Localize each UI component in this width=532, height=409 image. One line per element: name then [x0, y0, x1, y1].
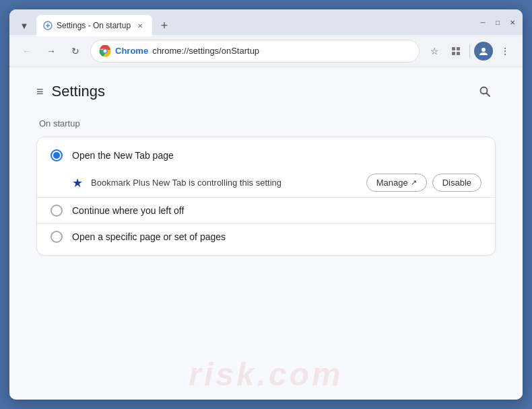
chrome-menu-btn[interactable]: ▼: [15, 16, 34, 35]
bookmark-plus-icon: ★: [72, 176, 83, 190]
svg-line-9: [487, 94, 490, 97]
options-card: Open the New Tab page ★ Bookmark Plus Ne…: [36, 137, 496, 256]
tab-label: Settings - On startup: [57, 21, 131, 30]
toolbar-divider: [469, 44, 470, 58]
extensions-btn[interactable]: [446, 42, 465, 61]
chrome-brand-label: Chrome: [115, 46, 148, 56]
disable-btn[interactable]: Disable: [432, 174, 481, 192]
address-bar[interactable]: Chrome chrome://settings/onStartup: [90, 40, 420, 63]
svg-rect-4: [457, 47, 460, 50]
tab-strip: ▼ Settings - On startup ✕ +: [15, 9, 473, 35]
option-specific[interactable]: Open a specific page or set of pages: [37, 224, 495, 250]
external-link-icon: ↗: [411, 178, 417, 187]
tab-favicon: [43, 21, 53, 30]
option-continue[interactable]: Continue where you left off: [37, 198, 495, 223]
back-btn[interactable]: ←: [18, 42, 36, 61]
extension-notice-text: Bookmark Plus New Tab is controlling thi…: [91, 178, 358, 188]
svg-point-7: [481, 48, 486, 52]
svg-rect-5: [452, 52, 455, 55]
svg-rect-3: [452, 47, 455, 50]
url-display: chrome://settings/onStartup: [152, 46, 411, 56]
search-icon: [479, 85, 491, 98]
radio-specific[interactable]: [51, 231, 63, 243]
window-controls: ─ □ ✕: [478, 17, 517, 27]
tab-close-btn[interactable]: ✕: [135, 20, 145, 31]
toolbar: ← → ↻ Chrome chrome://settings/onStartup…: [9, 35, 523, 67]
toolbar-icons: ☆ ⋮: [425, 42, 514, 61]
maximize-btn[interactable]: □: [493, 17, 502, 27]
radio-inner-new-tab: [53, 152, 60, 159]
section-label: On startup: [39, 118, 496, 128]
option-new-tab-label: Open the New Tab page: [72, 150, 174, 161]
extensions-icon: [451, 46, 461, 57]
profile-btn[interactable]: [474, 42, 493, 61]
settings-search-btn[interactable]: [474, 81, 496, 102]
content-area: ≡ Settings On startup: [9, 67, 523, 400]
page-title: Settings: [52, 83, 106, 100]
title-bar: ▼ Settings - On startup ✕ + ─ □ ✕: [9, 9, 523, 35]
hamburger-menu-btn[interactable]: ≡: [36, 85, 44, 99]
settings-header: ≡ Settings: [36, 81, 496, 102]
new-tab-btn[interactable]: +: [155, 16, 174, 35]
forward-btn[interactable]: →: [42, 42, 61, 61]
bookmark-btn[interactable]: ☆: [425, 42, 444, 61]
option-new-tab[interactable]: Open the New Tab page: [37, 143, 495, 168]
manage-btn[interactable]: Manage ↗: [366, 174, 427, 192]
manage-label: Manage: [376, 178, 408, 188]
radio-continue[interactable]: [51, 204, 63, 217]
settings-main: ≡ Settings On startup: [9, 67, 523, 400]
chrome-logo-icon: [99, 45, 111, 57]
option-continue-label: Continue where you left off: [72, 205, 184, 216]
radio-new-tab[interactable]: [51, 149, 63, 161]
browser-window: ▼ Settings - On startup ✕ + ─ □ ✕ ← → ↻: [9, 9, 523, 400]
active-tab[interactable]: Settings - On startup ✕: [36, 15, 152, 36]
profile-icon: [478, 46, 489, 57]
extension-actions: Manage ↗ Disable: [366, 174, 481, 192]
minimize-btn[interactable]: ─: [478, 17, 488, 27]
settings-title-row: ≡ Settings: [36, 83, 105, 100]
settings-layout: ≡ Settings On startup: [9, 67, 523, 400]
option-specific-label: Open a specific page or set of pages: [72, 231, 226, 242]
svg-point-2: [104, 49, 107, 52]
svg-rect-6: [457, 52, 460, 55]
disable-label: Disable: [442, 178, 471, 188]
menu-btn[interactable]: ⋮: [496, 42, 514, 61]
close-btn[interactable]: ✕: [508, 17, 517, 27]
refresh-btn[interactable]: ↻: [66, 42, 85, 61]
extension-notice-row: ★ Bookmark Plus New Tab is controlling t…: [37, 168, 495, 197]
